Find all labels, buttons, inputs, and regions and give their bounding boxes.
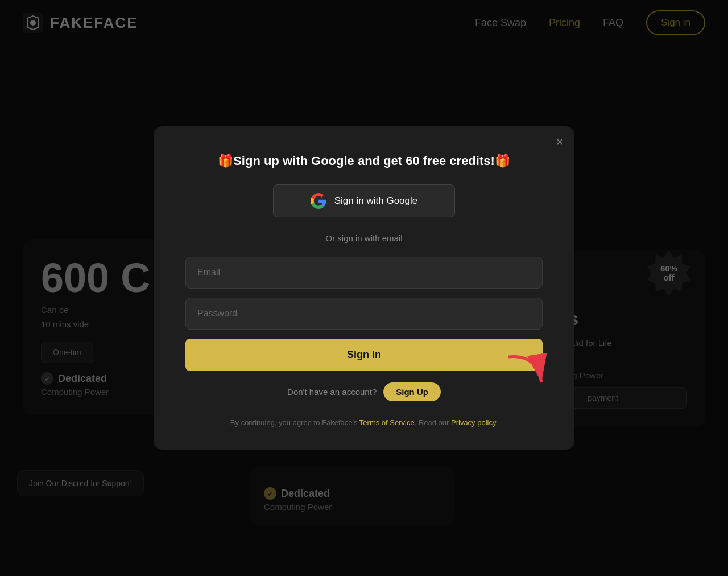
password-input[interactable] bbox=[185, 298, 543, 330]
terms-text: By continuing, you agree to Fakeface's T… bbox=[185, 417, 543, 429]
signin-modal: × 🎁Sign up with Google and get 60 free c… bbox=[154, 126, 574, 450]
divider-line-left bbox=[185, 238, 316, 238]
divider-text: Or sign in with email bbox=[325, 233, 402, 243]
divider: Or sign in with email bbox=[185, 233, 543, 243]
modal-bottom-row: Don't have an account? Sign Up bbox=[185, 382, 543, 401]
privacy-policy-link[interactable]: Privacy policy bbox=[451, 418, 496, 427]
terms-of-service-link[interactable]: Terms of Service bbox=[359, 418, 415, 427]
divider-line-right bbox=[412, 238, 543, 238]
email-input[interactable] bbox=[185, 257, 543, 289]
signin-button[interactable]: Sign In bbox=[185, 339, 543, 371]
signup-button[interactable]: Sign Up bbox=[383, 382, 441, 401]
modal-overlay[interactable]: × 🎁Sign up with Google and get 60 free c… bbox=[0, 0, 728, 576]
modal-title: 🎁Sign up with Google and get 60 free cre… bbox=[185, 154, 543, 168]
no-account-text: Don't have an account? bbox=[287, 387, 377, 397]
google-btn-label: Sign in with Google bbox=[334, 195, 417, 207]
modal-close-button[interactable]: × bbox=[556, 135, 563, 149]
google-signin-button[interactable]: Sign in with Google bbox=[273, 184, 455, 217]
google-icon bbox=[311, 193, 326, 209]
